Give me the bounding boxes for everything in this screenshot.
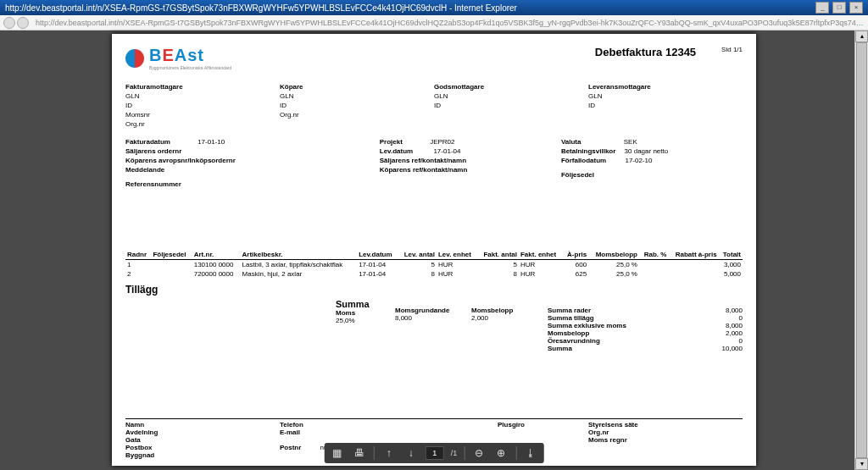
back-button[interactable] <box>3 17 15 29</box>
close-button[interactable]: × <box>849 2 863 14</box>
minimize-button[interactable]: _ <box>815 2 829 14</box>
url-field[interactable]: http://dev.beastportal.int/n/XSEA-RpmGS-… <box>36 19 865 27</box>
address-bar: http://dev.beastportal.int/n/XSEA-RpmGS-… <box>0 15 868 30</box>
window-controls: _ □ × <box>815 2 863 14</box>
forward-button[interactable] <box>17 17 29 29</box>
maximize-button[interactable]: □ <box>832 2 846 14</box>
window-titlebar: http://dev.beastportal.int/n/XSEA-RpmGS-… <box>0 0 868 15</box>
window-title: http://dev.beastportal.int/n/XSEA-RpmGS-… <box>5 3 517 13</box>
